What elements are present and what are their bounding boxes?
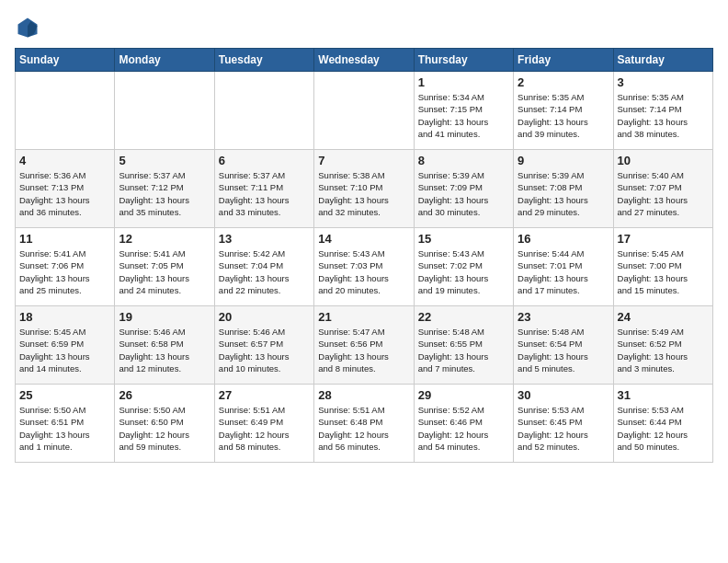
day-info: Sunrise: 5:48 AM Sunset: 6:55 PM Dayligh…: [418, 326, 509, 374]
calendar-cell: 3Sunrise: 5:35 AM Sunset: 7:14 PM Daylig…: [613, 72, 712, 150]
day-info: Sunrise: 5:50 AM Sunset: 6:50 PM Dayligh…: [119, 404, 210, 453]
calendar-cell: 1Sunrise: 5:34 AM Sunset: 7:15 PM Daylig…: [414, 72, 513, 150]
calendar-day-header: Saturday: [613, 49, 712, 72]
day-number: 16: [518, 232, 609, 246]
day-info: Sunrise: 5:47 AM Sunset: 6:56 PM Dayligh…: [318, 326, 409, 374]
calendar-cell: 5Sunrise: 5:37 AM Sunset: 7:12 PM Daylig…: [115, 150, 214, 228]
day-info: Sunrise: 5:37 AM Sunset: 7:12 PM Dayligh…: [119, 169, 210, 218]
day-number: 30: [518, 388, 609, 402]
calendar-cell: 16Sunrise: 5:44 AM Sunset: 7:01 PM Dayli…: [514, 228, 613, 306]
day-number: 5: [119, 154, 210, 167]
day-number: 20: [219, 310, 310, 324]
calendar-cell: [115, 72, 214, 150]
day-info: Sunrise: 5:39 AM Sunset: 7:09 PM Dayligh…: [418, 169, 509, 218]
calendar-cell: 19Sunrise: 5:46 AM Sunset: 6:58 PM Dayli…: [115, 306, 214, 385]
day-number: 9: [518, 154, 609, 167]
day-info: Sunrise: 5:50 AM Sunset: 6:51 PM Dayligh…: [19, 404, 110, 453]
calendar-cell: 18Sunrise: 5:45 AM Sunset: 6:59 PM Dayli…: [16, 306, 115, 385]
day-info: Sunrise: 5:36 AM Sunset: 7:13 PM Dayligh…: [19, 169, 110, 218]
calendar-week-row: 25Sunrise: 5:50 AM Sunset: 6:51 PM Dayli…: [16, 385, 713, 463]
calendar-day-header: Tuesday: [214, 49, 313, 72]
calendar-cell: 12Sunrise: 5:41 AM Sunset: 7:05 PM Dayli…: [115, 228, 214, 306]
calendar-cell: 8Sunrise: 5:39 AM Sunset: 7:09 PM Daylig…: [414, 150, 513, 228]
day-info: Sunrise: 5:42 AM Sunset: 7:04 PM Dayligh…: [219, 247, 310, 296]
calendar-cell: 21Sunrise: 5:47 AM Sunset: 6:56 PM Dayli…: [314, 306, 414, 385]
day-number: 6: [219, 154, 310, 167]
calendar-day-header: Sunday: [16, 49, 115, 72]
day-number: 31: [618, 388, 709, 402]
day-number: 1: [418, 75, 509, 89]
calendar-cell: 20Sunrise: 5:46 AM Sunset: 6:57 PM Dayli…: [214, 306, 313, 385]
calendar-cell: [16, 72, 115, 150]
day-info: Sunrise: 5:41 AM Sunset: 7:06 PM Dayligh…: [19, 247, 110, 296]
calendar-cell: [214, 72, 313, 150]
calendar-day-header: Monday: [115, 49, 214, 72]
day-info: Sunrise: 5:51 AM Sunset: 6:49 PM Dayligh…: [219, 404, 310, 453]
day-info: Sunrise: 5:35 AM Sunset: 7:14 PM Dayligh…: [518, 91, 609, 140]
day-number: 25: [19, 388, 110, 402]
day-info: Sunrise: 5:38 AM Sunset: 7:10 PM Dayligh…: [318, 169, 409, 218]
day-number: 18: [19, 310, 110, 324]
day-info: Sunrise: 5:45 AM Sunset: 7:00 PM Dayligh…: [618, 247, 709, 296]
day-info: Sunrise: 5:43 AM Sunset: 7:02 PM Dayligh…: [418, 247, 509, 296]
day-info: Sunrise: 5:53 AM Sunset: 6:44 PM Dayligh…: [618, 404, 709, 453]
day-info: Sunrise: 5:53 AM Sunset: 6:45 PM Dayligh…: [518, 404, 609, 453]
day-number: 28: [318, 388, 409, 402]
day-number: 14: [318, 232, 409, 246]
calendar-cell: 6Sunrise: 5:37 AM Sunset: 7:11 PM Daylig…: [214, 150, 313, 228]
day-number: 7: [318, 154, 409, 167]
calendar-cell: 10Sunrise: 5:40 AM Sunset: 7:07 PM Dayli…: [613, 150, 712, 228]
day-number: 11: [19, 232, 110, 246]
calendar-cell: 23Sunrise: 5:48 AM Sunset: 6:54 PM Dayli…: [514, 306, 613, 385]
day-info: Sunrise: 5:46 AM Sunset: 6:58 PM Dayligh…: [119, 326, 210, 374]
day-number: 26: [119, 388, 210, 402]
calendar-week-row: 1Sunrise: 5:34 AM Sunset: 7:15 PM Daylig…: [16, 72, 713, 150]
day-number: 21: [318, 310, 409, 324]
day-info: Sunrise: 5:49 AM Sunset: 6:52 PM Dayligh…: [618, 326, 709, 374]
day-info: Sunrise: 5:40 AM Sunset: 7:07 PM Dayligh…: [618, 169, 709, 218]
day-number: 8: [418, 154, 509, 167]
calendar-cell: 22Sunrise: 5:48 AM Sunset: 6:55 PM Dayli…: [414, 306, 513, 385]
calendar-cell: 9Sunrise: 5:39 AM Sunset: 7:08 PM Daylig…: [514, 150, 613, 228]
day-info: Sunrise: 5:45 AM Sunset: 6:59 PM Dayligh…: [19, 326, 110, 374]
calendar-cell: 30Sunrise: 5:53 AM Sunset: 6:45 PM Dayli…: [514, 385, 613, 463]
day-number: 4: [19, 154, 110, 167]
day-number: 15: [418, 232, 509, 246]
calendar-week-row: 18Sunrise: 5:45 AM Sunset: 6:59 PM Dayli…: [16, 306, 713, 385]
day-number: 3: [618, 75, 709, 89]
day-info: Sunrise: 5:51 AM Sunset: 6:48 PM Dayligh…: [318, 404, 409, 453]
calendar-day-header: Friday: [514, 49, 613, 72]
calendar-cell: 2Sunrise: 5:35 AM Sunset: 7:14 PM Daylig…: [514, 72, 613, 150]
day-info: Sunrise: 5:48 AM Sunset: 6:54 PM Dayligh…: [518, 326, 609, 374]
calendar-day-header: Thursday: [414, 49, 513, 72]
day-info: Sunrise: 5:41 AM Sunset: 7:05 PM Dayligh…: [119, 247, 210, 296]
calendar-table: SundayMondayTuesdayWednesdayThursdayFrid…: [15, 48, 713, 463]
calendar-cell: 29Sunrise: 5:52 AM Sunset: 6:46 PM Dayli…: [414, 385, 513, 463]
day-number: 17: [618, 232, 709, 246]
logo: [15, 15, 44, 40]
calendar-cell: 31Sunrise: 5:53 AM Sunset: 6:44 PM Dayli…: [613, 385, 712, 463]
logo-icon: [15, 15, 40, 40]
day-info: Sunrise: 5:44 AM Sunset: 7:01 PM Dayligh…: [518, 247, 609, 296]
day-number: 23: [518, 310, 609, 324]
day-number: 24: [618, 310, 709, 324]
calendar-cell: 17Sunrise: 5:45 AM Sunset: 7:00 PM Dayli…: [613, 228, 712, 306]
day-number: 2: [518, 75, 609, 89]
day-number: 22: [418, 310, 509, 324]
page-header: [15, 15, 713, 40]
day-number: 12: [119, 232, 210, 246]
calendar-cell: 26Sunrise: 5:50 AM Sunset: 6:50 PM Dayli…: [115, 385, 214, 463]
day-number: 13: [219, 232, 310, 246]
calendar-cell: 14Sunrise: 5:43 AM Sunset: 7:03 PM Dayli…: [314, 228, 414, 306]
calendar-cell: 27Sunrise: 5:51 AM Sunset: 6:49 PM Dayli…: [214, 385, 313, 463]
day-info: Sunrise: 5:35 AM Sunset: 7:14 PM Dayligh…: [618, 91, 709, 140]
calendar-week-row: 11Sunrise: 5:41 AM Sunset: 7:06 PM Dayli…: [16, 228, 713, 306]
day-info: Sunrise: 5:37 AM Sunset: 7:11 PM Dayligh…: [219, 169, 310, 218]
day-number: 27: [219, 388, 310, 402]
day-info: Sunrise: 5:43 AM Sunset: 7:03 PM Dayligh…: [318, 247, 409, 296]
calendar-week-row: 4Sunrise: 5:36 AM Sunset: 7:13 PM Daylig…: [16, 150, 713, 228]
day-info: Sunrise: 5:52 AM Sunset: 6:46 PM Dayligh…: [418, 404, 509, 453]
calendar-header-row: SundayMondayTuesdayWednesdayThursdayFrid…: [16, 49, 713, 72]
calendar-cell: 25Sunrise: 5:50 AM Sunset: 6:51 PM Dayli…: [16, 385, 115, 463]
calendar-cell: 13Sunrise: 5:42 AM Sunset: 7:04 PM Dayli…: [214, 228, 313, 306]
